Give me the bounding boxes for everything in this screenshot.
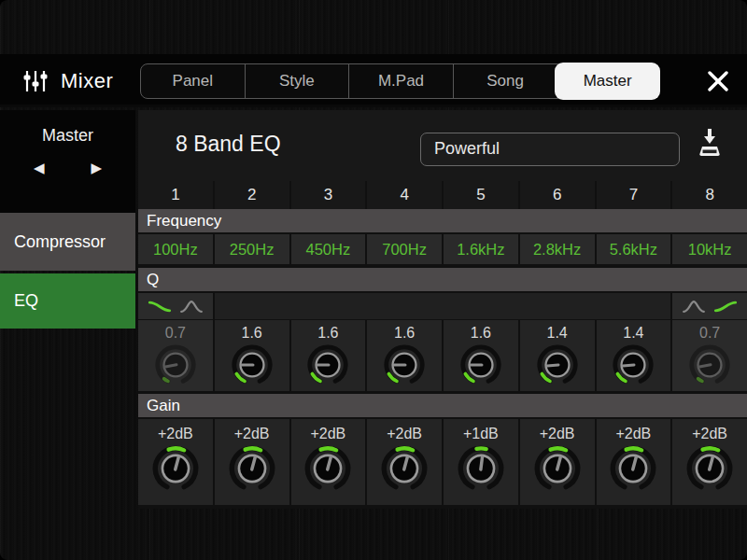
- gain-cell-band8: +2dB: [672, 419, 747, 505]
- gain-knob[interactable]: [151, 444, 200, 493]
- band-number: 2: [215, 181, 289, 209]
- filter-row-spacer: [215, 293, 671, 319]
- q-cell-band1: 0.7: [138, 320, 213, 391]
- high-shelf-icon[interactable]: [713, 300, 738, 314]
- preset-selector[interactable]: Powerful: [420, 133, 680, 166]
- gain-cell-band4: +2dB: [367, 419, 442, 505]
- q-cell-band7: 1.4: [597, 320, 671, 391]
- titlebar: Mixer Panel Style M.Pad Song Master: [0, 54, 747, 107]
- part-selector-label: Master: [0, 110, 135, 146]
- save-button[interactable]: [696, 128, 724, 163]
- q-cell-band5: 1.6: [444, 320, 518, 391]
- band-number: 1: [138, 181, 213, 209]
- sidebar: Master ◀ ▶ Compressor EQ: [0, 110, 135, 509]
- app-header: Mixer: [22, 54, 113, 107]
- gain-knob[interactable]: [457, 444, 505, 493]
- band8-filter-type-cell: [672, 293, 747, 319]
- gain-cell-band7: +2dB: [597, 419, 671, 505]
- frequency-value[interactable]: 250Hz: [215, 234, 289, 264]
- sidebar-item-eq[interactable]: EQ: [0, 273, 135, 329]
- tab-mpad[interactable]: M.Pad: [348, 64, 453, 98]
- q-knob[interactable]: [306, 343, 349, 386]
- band1-filter-type-cell: [138, 293, 213, 319]
- app-title: Mixer: [61, 69, 113, 93]
- gain-knob[interactable]: [380, 444, 429, 493]
- eq-panel: 8 Band EQ Powerful 1 2 3 4 5 6 7 8 Freq: [138, 110, 747, 509]
- gain-cell-band6: +2dB: [520, 419, 595, 505]
- frequency-value[interactable]: 5.6kHz: [597, 234, 671, 264]
- q-cell-band2: 1.6: [215, 320, 289, 391]
- close-button[interactable]: [704, 67, 732, 95]
- gain-value: +2dB: [387, 426, 422, 443]
- q-value: 1.4: [547, 325, 568, 343]
- band-number: 8: [672, 181, 747, 209]
- q-knob[interactable]: [459, 343, 502, 386]
- q-knob[interactable]: [383, 343, 426, 386]
- frequency-value[interactable]: 10kHz: [672, 234, 747, 264]
- page-title: 8 Band EQ: [176, 132, 281, 157]
- gain-knob[interactable]: [533, 444, 582, 493]
- frequency-section-header: Frequency: [138, 209, 747, 232]
- frequency-value[interactable]: 2.8kHz: [520, 234, 595, 264]
- gain-value: +1dB: [463, 426, 499, 443]
- tab-bar: Panel Style M.Pad Song Master: [140, 63, 659, 99]
- q-value: 1.4: [623, 325, 643, 343]
- tab-master[interactable]: Master: [556, 63, 659, 99]
- gain-value: +2dB: [540, 426, 575, 443]
- q-knob[interactable]: [536, 343, 579, 386]
- q-cell-band6: 1.4: [520, 320, 595, 391]
- gain-knob-row: +2dB +2dB +2dB +2dB: [138, 419, 747, 505]
- frequency-value[interactable]: 100Hz: [138, 234, 213, 264]
- gain-knob[interactable]: [228, 444, 276, 493]
- q-knob-row: 0.7 1.6 1.6 1.6: [138, 320, 747, 391]
- gain-value: +2dB: [692, 426, 727, 443]
- close-icon: [706, 69, 730, 93]
- q-knob[interactable]: [612, 343, 655, 386]
- q-knob[interactable]: [231, 343, 274, 386]
- gain-knob[interactable]: [303, 444, 352, 493]
- sidebar-item-compressor[interactable]: Compressor: [0, 213, 135, 271]
- gain-value: +2dB: [158, 426, 193, 443]
- gain-section-header: Gain: [138, 394, 747, 417]
- band-number: 5: [444, 181, 518, 209]
- gain-knob[interactable]: [685, 444, 734, 493]
- q-value: 1.6: [242, 325, 262, 343]
- tab-song[interactable]: Song: [453, 64, 557, 98]
- band-number: 3: [291, 181, 366, 209]
- gain-cell-band5: +1dB: [444, 419, 518, 505]
- q-value: 0.7: [699, 325, 720, 343]
- gain-value: +2dB: [615, 426, 651, 443]
- frequency-row: 100Hz 250Hz 450Hz 700Hz 1.6kHz 2.8kHz 5.…: [138, 234, 747, 264]
- low-shelf-icon[interactable]: [148, 300, 172, 314]
- filter-type-row: [138, 293, 747, 319]
- frequency-value[interactable]: 450Hz: [291, 234, 366, 264]
- q-cell-band4: 1.6: [367, 320, 442, 391]
- mixer-icon: [22, 69, 49, 93]
- q-value: 1.6: [317, 325, 338, 343]
- q-section-header: Q: [138, 268, 747, 291]
- frequency-value[interactable]: 700Hz: [367, 234, 442, 264]
- peak-icon[interactable]: [179, 300, 204, 314]
- band-number: 7: [597, 181, 671, 209]
- eq-header: 8 Band EQ Powerful: [138, 110, 747, 181]
- gain-cell-band1: +2dB: [138, 419, 213, 505]
- q-cell-band8: 0.7: [672, 320, 747, 391]
- prev-part-arrow[interactable]: ◀: [34, 160, 45, 176]
- gain-value: +2dB: [234, 426, 270, 443]
- gain-knob[interactable]: [609, 444, 657, 493]
- q-knob[interactable]: [688, 343, 731, 386]
- q-knob[interactable]: [154, 343, 197, 386]
- q-value: 1.6: [471, 325, 491, 343]
- gain-cell-band2: +2dB: [215, 419, 289, 505]
- frequency-value[interactable]: 1.6kHz: [444, 234, 518, 264]
- q-value: 0.7: [165, 325, 186, 343]
- next-part-arrow[interactable]: ▶: [91, 160, 102, 176]
- gain-cell-band3: +2dB: [291, 419, 366, 505]
- q-cell-band3: 1.6: [291, 320, 366, 391]
- band-number: 6: [520, 181, 595, 209]
- save-icon: [696, 128, 724, 160]
- tab-style[interactable]: Style: [245, 64, 349, 98]
- tab-panel[interactable]: Panel: [141, 64, 245, 98]
- peak-icon[interactable]: [682, 300, 706, 314]
- part-selector: Master ◀ ▶: [0, 110, 135, 213]
